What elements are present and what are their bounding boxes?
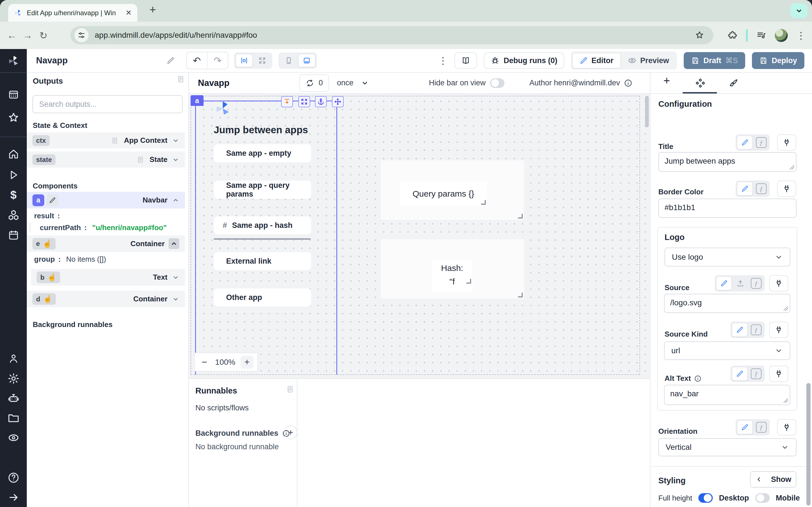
docs-icon[interactable] <box>176 75 185 83</box>
site-settings-icon[interactable] <box>74 28 89 42</box>
show-styling-button[interactable]: Show <box>750 471 797 488</box>
fx-input-button[interactable]: ƒ <box>749 276 763 290</box>
mobile-view-button[interactable] <box>280 54 297 67</box>
debug-runs-button[interactable]: Debug runs (0) <box>484 52 564 69</box>
connect-plug-button[interactable] <box>777 180 796 197</box>
static-input-pencil-button[interactable] <box>737 420 753 434</box>
border-color-input[interactable]: #b1b1b1 <box>658 199 797 218</box>
move-component-icon[interactable] <box>332 96 344 107</box>
sidebar-item-audit-logs[interactable] <box>7 432 20 444</box>
static-input-pencil-button[interactable] <box>737 135 753 150</box>
currentpath-row[interactable]: currentPath: "u/henri/navapp#foo" <box>30 223 198 232</box>
browser-menu-icon[interactable]: ⋮ <box>796 30 806 41</box>
reload-button[interactable]: ↻ <box>36 30 51 41</box>
fx-input-button[interactable]: ƒ <box>754 135 769 150</box>
editor-tab[interactable]: Editor <box>572 53 621 68</box>
info-icon[interactable] <box>624 79 632 87</box>
sidebar-item-apps[interactable] <box>8 89 19 101</box>
query-params-text[interactable]: Query params {} <box>400 182 487 206</box>
sidebar-item-home[interactable] <box>8 148 19 160</box>
component-row-text-b[interactable]: b ☝ Text <box>31 269 185 286</box>
sidebar-item-folders[interactable] <box>7 412 20 424</box>
navbar-right-border[interactable] <box>336 101 337 375</box>
chevron-down-icon[interactable] <box>172 274 179 281</box>
app-canvas[interactable]: a Jump between apps Same app - empty Sam… <box>189 94 650 378</box>
runnables-divider[interactable] <box>297 379 297 507</box>
centered-layout-button[interactable] <box>236 54 253 67</box>
orientation-select[interactable]: Vertical <box>658 438 797 456</box>
desktop-view-button[interactable] <box>298 54 315 67</box>
nav-item-hash[interactable]: # Same app - hash <box>214 216 311 235</box>
sidebar-item-runs[interactable] <box>8 169 19 181</box>
search-outputs-input[interactable] <box>33 95 183 113</box>
selected-component-badge[interactable]: a <box>191 95 204 106</box>
fx-input-button[interactable]: ƒ <box>749 367 763 381</box>
output-row-ctx[interactable]: ctx App Context <box>27 132 185 149</box>
component-row-container-d[interactable]: d ☝ Container <box>27 291 185 307</box>
hide-bar-toggle[interactable] <box>490 78 504 88</box>
panel-scrollbar[interactable] <box>806 383 811 506</box>
sidebar-item-users[interactable] <box>8 353 19 364</box>
nav-item-other-app[interactable]: Other app <box>214 288 311 307</box>
tab-close-icon[interactable]: ✕ <box>125 8 132 17</box>
tab-search-button[interactable] <box>791 3 808 18</box>
alt-text-input[interactable]: nav_bar <box>664 385 790 405</box>
nav-item-query-params[interactable]: Same app - query params <box>214 180 311 199</box>
connect-plug-button[interactable] <box>769 322 788 338</box>
redo-button[interactable]: ↷ <box>207 52 228 69</box>
edit-title-pencil-icon[interactable] <box>166 56 175 65</box>
forward-button[interactable]: → <box>20 30 36 41</box>
docs-button[interactable] <box>455 52 477 69</box>
fx-input-button[interactable]: ƒ <box>754 420 769 434</box>
styling-tab[interactable] <box>728 78 739 89</box>
title-input[interactable]: Jump between apps <box>658 152 797 172</box>
insert-below-icon[interactable] <box>281 96 293 107</box>
connect-plug-button[interactable] <box>769 365 788 382</box>
component-settings-tab[interactable] <box>695 78 706 89</box>
desktop-mobile-toggle[interactable] <box>755 493 770 503</box>
canvas-scrollbar[interactable] <box>645 96 649 127</box>
fx-input-button[interactable]: ƒ <box>754 182 769 196</box>
sidebar-item-variables[interactable]: $ <box>10 189 16 202</box>
sidebar-item-settings[interactable] <box>7 372 20 385</box>
draft-button[interactable]: Draft ⌘S <box>684 52 745 69</box>
refresh-mode-select[interactable]: once <box>337 78 369 87</box>
resize-handle[interactable] <box>518 214 523 219</box>
output-row-state[interactable]: state State <box>27 152 185 168</box>
chevron-down-icon[interactable] <box>172 137 179 144</box>
textarea-resize-icon[interactable] <box>783 398 788 403</box>
docs-icon[interactable] <box>286 385 294 393</box>
pencil-icon[interactable] <box>47 194 58 206</box>
zoom-out-button[interactable]: − <box>199 356 210 368</box>
static-input-pencil-button[interactable] <box>716 276 732 290</box>
use-logo-select[interactable]: Use logo <box>665 247 790 267</box>
chevron-down-icon[interactable] <box>172 295 179 303</box>
fullwidth-layout-button[interactable] <box>253 54 271 67</box>
new-tab-button[interactable]: + <box>149 3 156 16</box>
textarea-resize-icon[interactable] <box>790 165 794 170</box>
sidebar-item-help[interactable] <box>7 471 20 484</box>
chevron-down-icon[interactable] <box>172 156 179 163</box>
static-input-pencil-button[interactable] <box>732 323 748 337</box>
add-background-runnable-button[interactable]: + <box>284 426 297 439</box>
connect-plug-button[interactable] <box>777 419 796 436</box>
connect-plug-button[interactable] <box>769 275 788 291</box>
textarea-resize-icon[interactable] <box>783 306 788 311</box>
sidebar-item-workers[interactable] <box>7 392 20 404</box>
media-controls-icon[interactable] <box>756 31 766 41</box>
component-row-container-e[interactable]: e ☝ Container <box>27 235 185 252</box>
nav-item-same-app-empty[interactable]: Same app - empty <box>214 144 311 163</box>
bookmark-star-icon[interactable] <box>695 31 704 40</box>
sidebar-item-favorites[interactable] <box>7 112 20 124</box>
chevron-up-icon[interactable] <box>168 238 179 249</box>
back-button[interactable]: ← <box>4 30 20 41</box>
navbar-left-border[interactable] <box>195 101 196 375</box>
hash-text[interactable]: Hash: "f <box>432 260 472 291</box>
address-bar[interactable]: app.windmill.dev/apps/edit/u/henri/navap… <box>70 26 713 44</box>
nav-item-external-link[interactable]: External link <box>214 252 311 270</box>
source-input[interactable]: /logo.svg <box>664 294 790 313</box>
insert-component-tab[interactable]: + <box>663 74 670 87</box>
deploy-button[interactable]: Deploy <box>752 52 804 69</box>
sidebar-item-resources[interactable] <box>7 209 20 221</box>
preview-tab[interactable]: Preview <box>621 56 676 65</box>
